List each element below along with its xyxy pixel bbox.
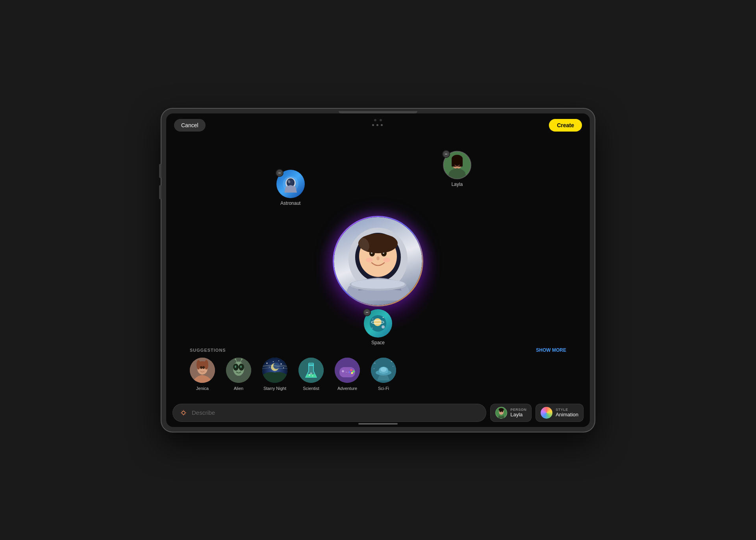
layla-label: Layla — [451, 182, 463, 187]
suggestion-label-alien: Alien — [234, 386, 243, 391]
svg-point-7 — [376, 256, 380, 260]
svg-point-51 — [267, 362, 268, 364]
person-sublabel: PERSON — [510, 408, 526, 412]
style-value: Animation — [556, 412, 578, 418]
svg-rect-67 — [343, 370, 343, 373]
person-pill-text: PERSON Layla — [510, 408, 526, 418]
svg-point-55 — [278, 360, 279, 361]
show-more-button[interactable]: SHOW MORE — [536, 347, 566, 353]
remove-badge-layla[interactable]: − — [442, 150, 450, 158]
svg-point-69 — [353, 370, 355, 372]
suggestion-adventure[interactable]: Adventure — [335, 358, 360, 391]
style-sublabel: STYLE — [556, 408, 578, 412]
svg-point-52 — [273, 361, 274, 362]
svg-point-23 — [454, 161, 456, 163]
cancel-button[interactable]: Cancel — [174, 119, 206, 132]
suggestion-label-starrynight: Starry Night — [263, 386, 286, 391]
person-value: Layla — [510, 412, 526, 418]
svg-point-89 — [500, 410, 501, 412]
svg-point-24 — [458, 161, 460, 163]
suggestion-label-scientist: Scientist — [303, 386, 319, 391]
astronaut-label: Astronaut — [280, 200, 300, 206]
suggestion-jenica[interactable]: Jenica — [190, 358, 215, 391]
suggestions-header: SUGGESTIONS SHOW MORE — [190, 347, 566, 353]
dot-3 — [381, 124, 383, 126]
svg-point-83 — [393, 366, 393, 367]
suggestion-icon-jenica — [190, 358, 215, 383]
svg-rect-22 — [452, 159, 463, 167]
suggestion-scifi[interactable]: Sci-Fi — [371, 358, 396, 391]
svg-point-45 — [240, 366, 242, 368]
floating-item-space[interactable]: − — [364, 309, 392, 345]
svg-point-90 — [502, 410, 503, 412]
suggestion-icon-scifi — [371, 358, 396, 383]
svg-point-60 — [309, 374, 310, 376]
svg-point-62 — [310, 372, 312, 374]
suggestion-scientist[interactable]: Scientist — [298, 358, 324, 391]
svg-point-47 — [235, 358, 236, 360]
remove-badge-space[interactable]: − — [363, 308, 371, 316]
svg-point-49 — [241, 358, 243, 360]
suggestions-label: SUGGESTIONS — [190, 348, 226, 353]
person-pill-avatar — [495, 407, 507, 419]
central-portrait-circle[interactable] — [333, 216, 423, 306]
svg-point-88 — [499, 408, 504, 411]
svg-point-84 — [374, 368, 374, 369]
volume-down-button — [159, 185, 161, 199]
svg-point-9 — [383, 258, 390, 262]
svg-rect-63 — [309, 363, 313, 366]
style-pill-text: STYLE Animation — [556, 408, 578, 418]
top-bar: Cancel Create — [166, 113, 590, 137]
svg-point-27 — [383, 317, 384, 317]
describe-input[interactable]: Describe — [172, 404, 486, 422]
create-button[interactable]: Create — [549, 119, 582, 132]
svg-point-80 — [380, 367, 387, 372]
person-pill[interactable]: PERSON Layla — [490, 404, 532, 422]
home-indicator — [358, 423, 398, 425]
svg-point-29 — [372, 328, 372, 328]
floating-item-astronaut[interactable]: − Astronaut — [276, 170, 305, 206]
ipad-frame: Cancel Create — [161, 109, 595, 432]
suggestion-alien[interactable]: Alien — [226, 358, 251, 391]
svg-point-30 — [374, 318, 382, 326]
screen: Cancel Create — [166, 113, 590, 427]
top-dots-menu[interactable] — [372, 124, 383, 126]
svg-point-85 — [182, 411, 185, 414]
suggestion-starrynight[interactable]: Starry Night — [262, 358, 287, 391]
suggestion-label-jenica: Jenica — [196, 386, 209, 391]
astronaut-portrait — [334, 217, 422, 305]
svg-point-82 — [391, 361, 392, 362]
dot-2 — [376, 124, 378, 126]
svg-point-81 — [374, 363, 375, 364]
astronaut-helmet-svg — [343, 222, 413, 301]
svg-point-36 — [196, 360, 200, 369]
suggestion-label-scifi: Sci-Fi — [378, 386, 389, 391]
svg-point-71 — [351, 372, 353, 374]
svg-rect-73 — [348, 372, 350, 373]
svg-point-32 — [382, 325, 385, 328]
svg-point-68 — [350, 369, 352, 371]
floating-item-layla[interactable]: − — [443, 151, 471, 187]
remove-badge-astronaut[interactable]: − — [276, 169, 284, 177]
svg-point-39 — [202, 366, 205, 369]
svg-rect-72 — [346, 372, 347, 373]
describe-placeholder: Describe — [192, 409, 215, 416]
svg-point-37 — [204, 360, 208, 369]
svg-point-8 — [366, 258, 373, 262]
suggestion-icon-adventure — [335, 358, 360, 383]
svg-point-26 — [372, 319, 373, 319]
dot-1 — [372, 124, 374, 126]
suggestions-bar: SUGGESTIONS SHOW MORE — [166, 343, 590, 395]
suggestion-icon-scientist — [298, 358, 324, 383]
suggestion-icon-alien — [226, 358, 251, 383]
suggestion-icon-starrynight — [262, 358, 287, 383]
style-pill[interactable]: STYLE Animation — [536, 404, 584, 422]
svg-point-44 — [235, 366, 236, 368]
image-gen-icon — [179, 408, 188, 417]
style-color-wheel-icon — [541, 407, 552, 419]
suggestions-list: Jenica — [190, 358, 566, 391]
svg-point-38 — [200, 366, 202, 369]
svg-point-61 — [312, 375, 313, 376]
left-buttons — [159, 164, 161, 199]
svg-point-13 — [351, 279, 405, 289]
